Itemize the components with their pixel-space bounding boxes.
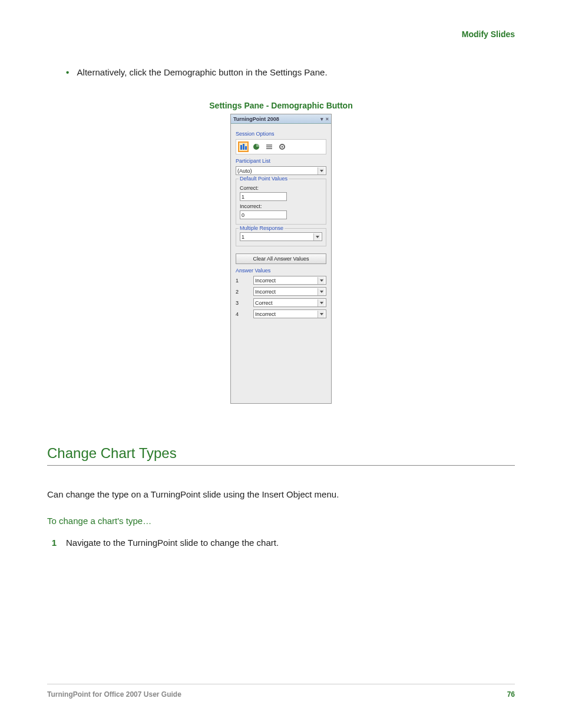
bullet-item: • Alternatively, click the Demographic b… [66,67,515,77]
step-number: 1 [47,538,57,548]
default-point-values-label: Default Point Values [239,176,289,182]
answer-value-number: 4 [236,311,250,317]
demographic-button[interactable] [238,141,249,152]
pie-icon [252,143,260,151]
incorrect-input[interactable]: 0 [240,210,287,219]
menu-dropdown-icon[interactable]: ▾ [320,116,323,122]
participant-list-label: Participant List [236,158,326,164]
svg-rect-1 [243,144,244,150]
page-number: 76 [507,690,515,699]
answer-value-row: 3 Correct [236,298,326,307]
clear-all-answer-values-button[interactable]: Clear All Answer Values [236,253,326,264]
figure-wrap: TurningPoint 2008 ▾ × Session Options [47,114,515,404]
svg-rect-6 [266,148,272,149]
participant-list-value: (Auto) [237,168,252,174]
step-text: Navigate to the TurningPoint slide to ch… [66,538,279,548]
answer-value-number: 3 [236,300,250,306]
answer-value-select[interactable]: Correct [253,298,326,307]
pane-titlebar: TurningPoint 2008 ▾ × [231,114,331,124]
session-options-toolbar [236,139,326,154]
answer-value-row: 4 Incorrect [236,309,326,318]
multiple-response-value: 1 [242,234,244,240]
footer-title: TurningPoint for Office 2007 User Guide [47,690,181,699]
correct-input[interactable]: 1 [240,192,287,201]
pane-title-text: TurningPoint 2008 [233,116,279,122]
section-paragraph: Can change the type on a TurningPoint sl… [47,489,515,499]
page-content: Modify Slides • Alternatively, click the… [0,0,562,548]
list-icon [265,143,273,151]
toolbar-icon-4[interactable] [277,141,287,152]
incorrect-label: Incorrect: [240,203,322,209]
multiple-response-group: Multiple Response 1 [236,228,326,246]
answer-value-select[interactable]: Incorrect [253,287,326,296]
gear-icon [278,143,286,151]
answer-value-row: 2 Incorrect [236,287,326,296]
session-options-label: Session Options [236,131,326,137]
answer-values-label: Answer Values [236,268,326,274]
svg-point-8 [282,146,283,148]
pane-body: Session Options [231,124,331,403]
bullet-text: Alternatively, click the Demographic but… [77,67,328,77]
svg-rect-5 [266,146,272,147]
answer-value-row: 1 Incorrect [236,276,326,285]
chevron-down-icon [318,167,325,174]
settings-pane: TurningPoint 2008 ▾ × Session Options [230,114,332,404]
svg-rect-4 [266,144,272,146]
figure-caption: Settings Pane - Demographic Button [200,101,362,110]
default-point-values-group: Default Point Values Correct: 1 Incorrec… [236,179,326,225]
section-heading: Change Chart Types [47,445,515,466]
answer-value-select[interactable]: Incorrect [253,309,326,318]
answer-value-number: 1 [236,278,250,284]
svg-rect-2 [245,146,247,150]
answer-value-select[interactable]: Incorrect [253,276,326,285]
header-section-title: Modify Slides [47,29,515,39]
multiple-response-label: Multiple Response [239,225,285,231]
answer-value-number: 2 [236,289,250,295]
chevron-down-icon [313,233,320,241]
chevron-down-icon [318,311,325,318]
toolbar-icon-3[interactable] [264,141,275,152]
demographic-icon [239,143,247,151]
page-footer: TurningPoint for Office 2007 User Guide … [47,684,515,699]
step-row: 1 Navigate to the TurningPoint slide to … [47,538,515,548]
close-icon[interactable]: × [326,116,329,122]
participant-list-select[interactable]: (Auto) [236,166,326,175]
toolbar-icon-2[interactable] [251,141,262,152]
svg-rect-0 [240,145,242,150]
correct-label: Correct: [240,185,322,191]
chevron-down-icon [318,299,325,307]
procedure-subhead: To change a chart's type… [47,516,515,526]
bullet-dot: • [66,67,69,77]
chevron-down-icon [318,288,325,295]
chevron-down-icon [318,277,325,284]
multiple-response-select[interactable]: 1 [240,232,322,241]
